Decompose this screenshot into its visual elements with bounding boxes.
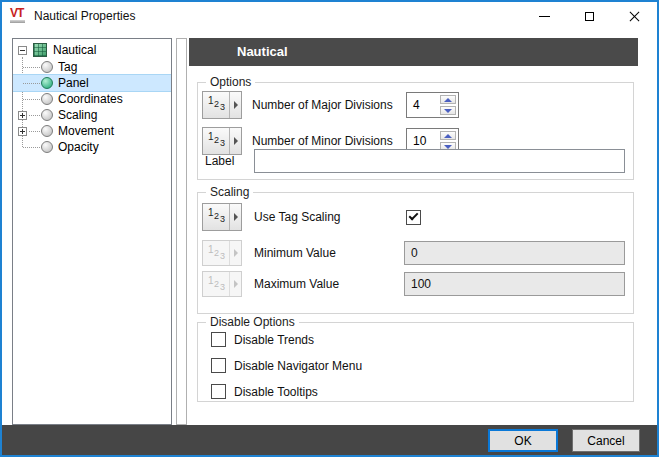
disable-tooltips-checkbox[interactable] xyxy=(211,384,226,399)
tag-link-button-use-tag-scaling[interactable]: 123 xyxy=(202,203,242,231)
tree-item-panel-selected[interactable]: Panel xyxy=(13,75,171,91)
down-arrow-icon xyxy=(444,109,452,113)
maximize-button[interactable] xyxy=(567,2,612,30)
title-bar[interactable]: VT Nautical Properties xyxy=(2,2,657,30)
group-title: Scaling xyxy=(206,185,253,200)
up-arrow-icon xyxy=(444,134,452,138)
dropdown-arrow-icon xyxy=(234,213,238,221)
spin-up-button[interactable] xyxy=(440,131,456,140)
major-divisions-spinner[interactable]: 4 xyxy=(406,92,459,118)
checkmark-icon xyxy=(409,211,419,221)
minimum-value-label: Minimum Value xyxy=(254,246,336,260)
label-field-label: Label xyxy=(205,154,234,168)
disable-options-group: Disable Options Disable Trends Disable N… xyxy=(197,322,634,402)
dropdown-arrow-icon xyxy=(234,137,238,145)
dropdown-arrow-icon xyxy=(234,280,238,288)
spinner-value[interactable]: 4 xyxy=(413,93,420,117)
tree-item-label[interactable]: Panel xyxy=(58,76,89,90)
nautical-widget-icon xyxy=(33,43,47,57)
disable-trends-label: Disable Trends xyxy=(234,333,314,347)
tree-item-label[interactable]: Scaling xyxy=(58,108,97,122)
minimum-value-input xyxy=(404,241,625,265)
numeric-123-icon: 123 xyxy=(203,241,229,265)
use-tag-scaling-checkbox[interactable] xyxy=(406,210,421,225)
window-controls xyxy=(522,2,657,30)
tree-item-movement[interactable]: Movement xyxy=(13,123,171,139)
tag-link-button-minor-divisions[interactable]: 123 xyxy=(202,127,242,155)
vt-app-icon: VT xyxy=(10,7,28,24)
lamp-icon-active xyxy=(41,77,53,89)
group-title: Disable Options xyxy=(206,315,299,330)
nautical-properties-dialog: VT Nautical Properties Nautical Tag xyxy=(0,0,659,457)
tree-item-opacity[interactable]: Opacity xyxy=(13,139,171,155)
use-tag-scaling-label: Use Tag Scaling xyxy=(254,210,341,224)
tree-panel-splitter[interactable] xyxy=(176,38,187,425)
disable-navigator-menu-label: Disable Navigator Menu xyxy=(234,359,362,373)
label-input[interactable] xyxy=(254,149,625,173)
disable-navigator-menu-checkbox[interactable] xyxy=(211,358,226,373)
collapse-expander-icon[interactable] xyxy=(18,46,27,55)
tag-link-button-maximum-value-disabled: 123 xyxy=(202,271,242,297)
group-title: Options xyxy=(206,75,255,90)
close-icon xyxy=(629,11,640,22)
disable-tooltips-label: Disable Tooltips xyxy=(234,385,318,399)
numeric-123-icon: 123 xyxy=(203,92,229,118)
dialog-footer: OK Cancel xyxy=(2,425,657,455)
up-arrow-icon xyxy=(444,98,452,102)
cancel-button[interactable]: Cancel xyxy=(572,429,640,452)
tree-item-label[interactable]: Tag xyxy=(58,60,77,74)
tree-item-label[interactable]: Movement xyxy=(58,124,114,138)
tree-item-tag[interactable]: Tag xyxy=(13,59,171,75)
vt-logo-bar xyxy=(10,20,25,23)
minimize-button[interactable] xyxy=(522,2,567,30)
numeric-123-icon: 123 xyxy=(203,272,229,296)
minor-divisions-label: Number of Minor Divisions xyxy=(252,134,393,148)
vt-logo-text: VT xyxy=(10,7,28,19)
maximum-value-input xyxy=(404,272,625,296)
lamp-icon xyxy=(41,125,53,137)
dropdown-arrow-icon xyxy=(234,249,238,257)
lamp-icon xyxy=(41,61,53,73)
tree-item-label[interactable]: Opacity xyxy=(58,140,99,154)
tree-item-label[interactable]: Nautical xyxy=(53,43,96,57)
scaling-group: Scaling 123 Use Tag Scaling 123 Minimum … xyxy=(197,192,634,314)
ok-button[interactable]: OK xyxy=(488,429,558,452)
tag-link-button-minimum-value-disabled: 123 xyxy=(202,240,242,266)
spin-down-button[interactable] xyxy=(440,106,456,115)
numeric-123-icon: 123 xyxy=(203,204,229,230)
close-button[interactable] xyxy=(612,2,657,30)
property-tree: Nautical Tag Panel Coordinates xyxy=(12,38,172,425)
spin-up-button[interactable] xyxy=(440,95,456,104)
dropdown-arrow-icon xyxy=(234,101,238,109)
tree-item-coordinates[interactable]: Coordinates xyxy=(13,91,171,107)
expand-expander-icon[interactable] xyxy=(18,111,27,120)
tree-item-nautical-root[interactable]: Nautical xyxy=(13,42,171,58)
lamp-icon xyxy=(41,109,53,121)
maximum-value-label: Maximum Value xyxy=(254,277,339,291)
maximize-icon xyxy=(585,12,594,21)
expand-expander-icon[interactable] xyxy=(18,127,27,136)
tree-item-scaling[interactable]: Scaling xyxy=(13,107,171,123)
major-divisions-label: Number of Major Divisions xyxy=(252,98,393,112)
panel-title-bar: Nautical xyxy=(189,38,638,66)
tree-item-label[interactable]: Coordinates xyxy=(58,92,123,106)
tag-link-button-major-divisions[interactable]: 123 xyxy=(202,91,242,119)
window-title: Nautical Properties xyxy=(34,2,135,30)
minimize-icon xyxy=(539,16,550,17)
lamp-icon xyxy=(41,93,53,105)
lamp-icon xyxy=(41,141,53,153)
disable-trends-checkbox[interactable] xyxy=(211,332,226,347)
options-group: Options 123 Number of Major Divisions 4 … xyxy=(197,82,634,180)
down-arrow-icon xyxy=(444,145,452,149)
numeric-123-icon: 123 xyxy=(203,128,229,154)
